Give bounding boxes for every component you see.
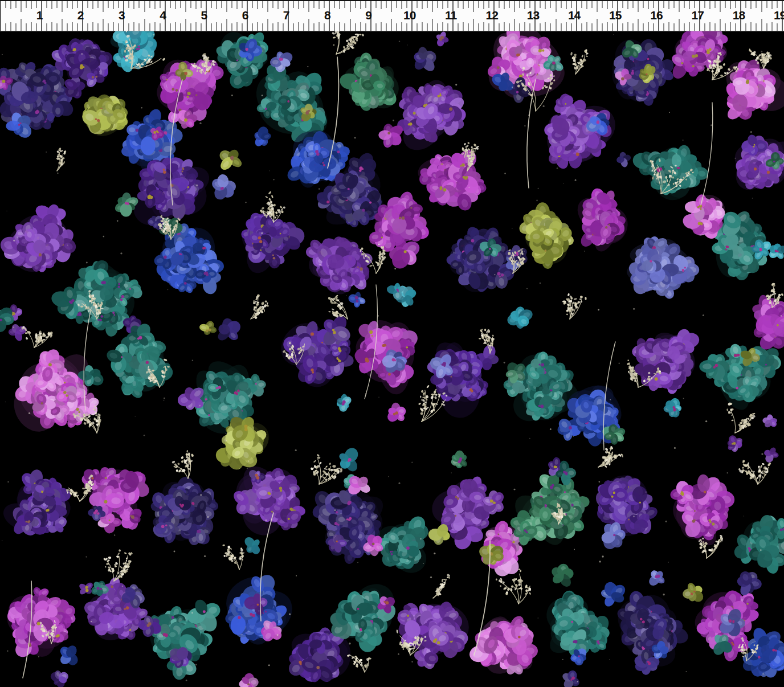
- ruler-tick: [103, 1, 104, 12]
- ruler-tick: [668, 22, 669, 31]
- ruler-tick: [31, 22, 32, 31]
- ruler-tick: [77, 1, 78, 8]
- ruler-tick: [468, 23, 469, 31]
- ruler-tick: [324, 23, 325, 31]
- ruler-tick: [571, 1, 572, 8]
- ruler-number: 14: [562, 8, 587, 23]
- ruler-number: 9: [356, 8, 381, 23]
- ruler-tick: [694, 23, 695, 31]
- ruler-tick: [499, 1, 500, 8]
- ruler-tick: [226, 1, 227, 12]
- ruler-tick: [478, 23, 479, 31]
- ruler-tick: [422, 22, 423, 31]
- ruler-tick: [62, 19, 63, 31]
- ruler-tick: [519, 23, 520, 31]
- ruler-tick: [427, 23, 428, 31]
- ruler-tick: [735, 1, 736, 8]
- ruler-tick: [684, 23, 685, 31]
- ruler-number: 15: [603, 8, 628, 23]
- ruler-tick: [283, 1, 284, 8]
- ruler-tick: [77, 23, 78, 31]
- ruler-tick: [21, 19, 22, 31]
- ruler-tick: [138, 23, 140, 31]
- ruler-tick: [694, 1, 695, 8]
- ruler-tick: [447, 23, 448, 31]
- ruler: 12345678910111213141516171819: [0, 0, 784, 31]
- ruler-tick: [473, 19, 474, 31]
- ruler-tick: [267, 19, 268, 31]
- ruler-tick: [663, 1, 664, 8]
- ruler-tick: [529, 1, 530, 8]
- ruler-tick: [483, 22, 484, 31]
- ruler-tick: [242, 23, 243, 31]
- ruler-tick: [62, 1, 63, 12]
- ruler-tick: [581, 23, 582, 31]
- ruler-tick: [190, 23, 191, 31]
- ruler-tick: [447, 1, 448, 8]
- ruler-tick: [632, 23, 634, 31]
- ruler-tick: [15, 1, 17, 8]
- ruler-tick: [730, 22, 731, 31]
- ruler-tick: [190, 1, 191, 8]
- ruler-tick: [118, 1, 119, 8]
- ruler-tick: [103, 19, 104, 31]
- ruler-number: 8: [315, 8, 340, 23]
- ruler-tick: [97, 23, 99, 31]
- ruler-tick: [375, 1, 377, 8]
- ruler-tick: [211, 1, 212, 8]
- ruler-number: 5: [191, 8, 217, 23]
- ruler-tick: [771, 22, 773, 31]
- ruler-tick: [180, 1, 181, 8]
- ruler-tick: [334, 1, 335, 8]
- ruler-tick: [128, 1, 129, 8]
- ruler-tick: [458, 1, 459, 8]
- ruler-tick: [602, 23, 603, 31]
- ruler-tick: [149, 23, 150, 31]
- ruler-tick: [638, 1, 639, 12]
- ruler-tick: [170, 23, 171, 31]
- ruler-tick: [386, 1, 387, 8]
- ruler-number: 3: [109, 8, 134, 23]
- ruler-tick: [344, 1, 345, 8]
- ruler-tick: [684, 1, 685, 8]
- ruler-tick: [432, 19, 433, 31]
- ruler-tick: [643, 1, 644, 8]
- ruler-number: 13: [520, 8, 545, 23]
- ruler-tick: [56, 1, 58, 8]
- ruler-tick: [704, 1, 705, 8]
- ruler-tick: [777, 1, 778, 8]
- ruler-tick: [144, 1, 145, 12]
- ruler-tick: [509, 1, 510, 8]
- ruler-tick: [350, 1, 351, 12]
- ruler-tick: [586, 22, 587, 31]
- ruler-tick: [231, 23, 232, 31]
- ruler-tick: [15, 23, 17, 31]
- ruler-tick: [46, 1, 47, 8]
- ruler-tick: [236, 22, 238, 31]
- ruler-tick: [128, 23, 129, 31]
- ruler-tick: [113, 22, 114, 31]
- ruler-tick: [437, 23, 438, 31]
- ruler-tick: [308, 19, 309, 31]
- ruler-tick: [26, 23, 27, 31]
- ruler-tick: [365, 1, 366, 8]
- ruler-tick: [252, 23, 253, 31]
- fabric-swatch: [0, 31, 784, 687]
- fabric-photo: 12345678910111213141516171819: [0, 0, 784, 687]
- ruler-tick: [185, 19, 186, 31]
- ruler-tick: [355, 23, 356, 31]
- ruler-tick: [262, 23, 263, 31]
- ruler-tick: [514, 19, 515, 31]
- ruler-tick: [571, 23, 572, 31]
- ruler-tick: [396, 1, 397, 8]
- ruler-inch-line: [0, 1, 1, 31]
- ruler-tick: [226, 19, 227, 31]
- ruler-tick: [714, 1, 716, 8]
- ruler-tick: [607, 22, 608, 31]
- ruler-tick: [303, 23, 304, 31]
- ruler-tick: [561, 23, 562, 31]
- ruler-number: 10: [397, 8, 422, 23]
- ruler-tick: [632, 1, 634, 8]
- ruler-tick: [252, 1, 253, 8]
- ruler-tick: [714, 23, 716, 31]
